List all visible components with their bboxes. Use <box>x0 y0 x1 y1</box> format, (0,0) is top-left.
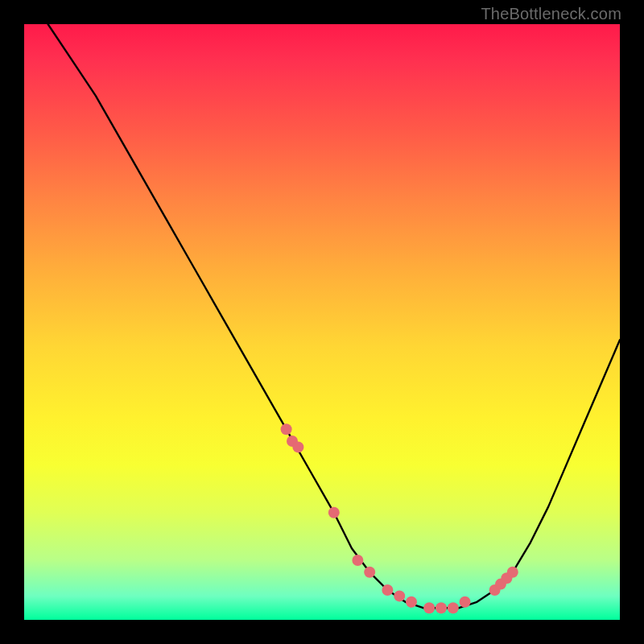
svg-point-16 <box>507 567 518 578</box>
svg-point-9 <box>423 602 435 613</box>
svg-point-4 <box>352 555 363 566</box>
svg-point-5 <box>364 567 375 578</box>
svg-point-6 <box>382 584 393 596</box>
marker-dots <box>281 423 518 613</box>
svg-point-2 <box>292 441 303 452</box>
svg-point-12 <box>460 597 471 608</box>
svg-point-0 <box>281 423 292 435</box>
chart-svg <box>24 24 620 620</box>
svg-point-10 <box>436 602 447 613</box>
bottleneck-curve <box>48 24 620 608</box>
svg-point-11 <box>448 602 459 613</box>
svg-point-7 <box>394 590 405 601</box>
plot-area <box>24 24 620 620</box>
watermark-text: TheBottleneck.com <box>481 5 621 23</box>
svg-point-3 <box>328 507 340 518</box>
svg-point-8 <box>406 597 417 608</box>
